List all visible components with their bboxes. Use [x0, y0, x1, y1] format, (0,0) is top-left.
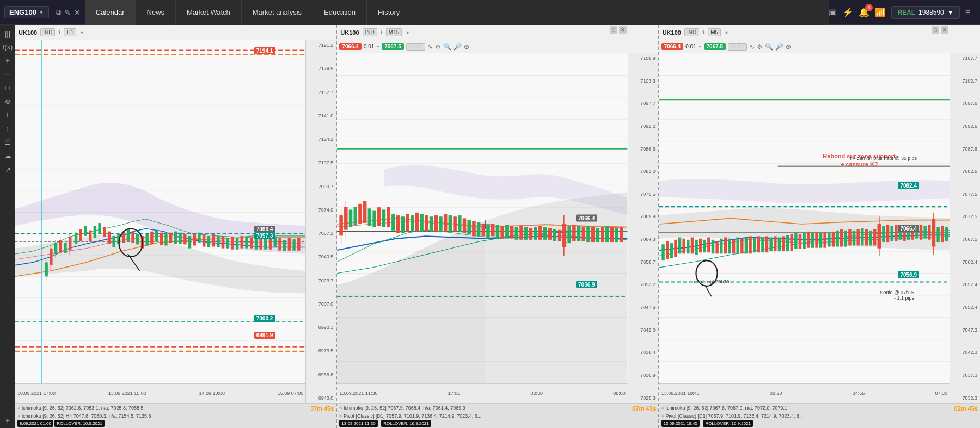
svg-rect-131	[439, 216, 443, 232]
chart2-footer-line2: × Pivot [Classic] [D1] 7057.9, 7101.9, 7…	[339, 413, 656, 420]
chart3-x-axis: 13.09.2021 19:45 02:20 04:55 07:30	[659, 383, 950, 403]
y-label: 7047.3	[951, 327, 979, 333]
top-right-controls: ▣ ⚡ 🔔 6 📶 REAL 1988590 ▼ ≡	[829, 6, 976, 19]
y-label: 7052.4	[951, 305, 979, 310]
tool-measure[interactable]: ↕	[1, 122, 14, 135]
chart2-close[interactable]: ✕	[619, 26, 627, 34]
signal-icon[interactable]: ⚡	[842, 7, 853, 17]
chart-canvas-1[interactable]: 7194.1 7066.4 7057.3 7000.2 6991.9	[15, 40, 305, 383]
notification-bell[interactable]: 🔔 6	[859, 7, 869, 17]
nav-market-analysis[interactable]: Market analysis	[242, 0, 313, 25]
chart3-zoom-out[interactable]: 🔎	[775, 43, 783, 51]
tool-cloud[interactable]: ☁	[1, 150, 14, 162]
y-label: 7090.7	[307, 184, 335, 189]
svg-rect-237	[831, 232, 834, 247]
chart2-support-price: 7056.9	[576, 281, 597, 288]
tool-arrow[interactable]: ↗	[1, 163, 14, 176]
svg-rect-43	[89, 231, 91, 242]
y-label: 7025.3	[629, 395, 657, 401]
svg-rect-143	[487, 225, 491, 239]
x-label: 08:00	[613, 390, 626, 396]
hamburger-icon[interactable]: ≡	[965, 8, 970, 17]
y-label: 7097.6	[951, 101, 979, 106]
chart3-info[interactable]: ℹ	[702, 29, 705, 36]
tool-plus-bottom[interactable]: +	[1, 414, 14, 428]
account-selector[interactable]: REAL 1988590 ▼	[891, 6, 959, 19]
svg-rect-222	[769, 238, 772, 252]
svg-rect-151	[524, 227, 528, 239]
tool-add[interactable]: +	[1, 54, 14, 67]
chart3-maximize[interactable]: □	[932, 26, 939, 34]
chart3-sltp[interactable]: SL/TP	[728, 43, 747, 51]
nav-news[interactable]: News	[136, 0, 176, 25]
chart2-sltp[interactable]: SL/TP	[406, 43, 425, 51]
tool-layers[interactable]: ☰	[1, 136, 14, 148]
chart1-info[interactable]: ℹ	[58, 29, 60, 36]
svg-rect-122	[396, 215, 400, 233]
svg-rect-135	[458, 215, 462, 232]
svg-rect-52	[131, 232, 134, 243]
chart1-tf-arrow[interactable]: ▼	[79, 30, 84, 35]
svg-rect-40	[75, 233, 77, 244]
tool-lines[interactable]: |||	[1, 27, 14, 40]
chart3-settings-icon[interactable]: ⚙	[757, 43, 763, 51]
svg-rect-254	[895, 225, 897, 241]
chart2-timer: 07m 45s	[632, 405, 656, 413]
tool-rect[interactable]: □	[1, 82, 14, 94]
tool-text[interactable]: T	[1, 109, 14, 121]
chart2-timeframe[interactable]: M15	[386, 28, 402, 36]
svg-rect-74	[231, 237, 234, 250]
tool-crosshair[interactable]: ⊕	[1, 95, 14, 108]
chart3-y-axis: 7107.7 7102.7 7097.6 7092.6 7087.6 7082.…	[950, 53, 980, 403]
chart3-pivot: Pivot [Classic] [D1] 7057.9, 7101.9, 713…	[665, 413, 803, 419]
chart3-tf-arrow[interactable]: ▼	[724, 30, 729, 35]
chart2-crosshair[interactable]: ⊕	[464, 43, 469, 51]
nav-history[interactable]: History	[367, 0, 411, 25]
chart2-info[interactable]: ℹ	[381, 29, 383, 36]
nav-market-watch[interactable]: Market Watch	[176, 0, 242, 25]
svg-rect-67	[198, 233, 200, 243]
chart1-price-high: 7194.1	[254, 47, 275, 54]
x-label: 07:30	[935, 390, 947, 396]
wifi-icon[interactable]: 📶	[875, 7, 886, 17]
instrument-selector[interactable]: ENG100 ▼	[4, 6, 49, 18]
chart-canvas-2[interactable]: 7066.4 7056.9	[337, 53, 627, 383]
svg-rect-146	[501, 226, 505, 238]
svg-rect-82	[269, 238, 272, 250]
nav-calendar[interactable]: Calendar	[85, 0, 136, 25]
chart2-zoom-in[interactable]: 🔍	[443, 43, 451, 51]
chart3-crosshair[interactable]: ⊕	[786, 43, 791, 51]
chart3-close[interactable]: ✕	[941, 26, 948, 34]
chart1-footer-line3: 8.09.2021 01:00 ROLLOVER: 16.9.2021	[17, 420, 334, 427]
edit-icon[interactable]: ✎	[64, 8, 71, 17]
chart2-maximize[interactable]: □	[610, 26, 617, 34]
chart2-tf-arrow[interactable]: ▼	[405, 30, 410, 35]
chart2-settings-icon[interactable]: ⚙	[435, 43, 441, 51]
chart1-price-current: 7066.4	[254, 226, 275, 233]
chart3-zoom-in[interactable]: 🔍	[765, 43, 773, 51]
chart1-timeframe[interactable]: H1	[64, 28, 76, 36]
chart-panel-2: □ ✕ UK100 IND ℹ M15 ▼ 7066.4 0.01 + 7067…	[337, 25, 659, 428]
chart2-x-axis: 13.09.2021 11:30 17:00 02:30 08:00	[337, 383, 627, 403]
svg-rect-59	[160, 233, 163, 245]
chart3-spread-plus: +	[699, 44, 702, 49]
chart2-zoom-out[interactable]: 🔎	[454, 43, 462, 51]
tool-fx[interactable]: f(x)	[1, 41, 14, 53]
chart3-line-icon[interactable]: ∿	[749, 43, 755, 51]
close-icon-small: ×	[17, 405, 22, 411]
svg-rect-234	[819, 233, 822, 248]
chart3-footer-line1: × Ichimoku [9, 26, 52] 7067.6, 7067.9, n…	[661, 405, 978, 413]
chart-canvas-3[interactable]: Rebond sur zone support+ cassure KJ TP d…	[659, 53, 950, 383]
monitor-icon[interactable]: ▣	[829, 7, 837, 17]
chart3-rollover-badge: ROLLOVER: 16.9.2021	[703, 420, 753, 427]
svg-rect-153	[534, 227, 538, 239]
tool-cursor[interactable]: ─	[1, 68, 14, 80]
nav-education[interactable]: Education	[313, 0, 367, 25]
close-icon[interactable]: ✕	[74, 8, 81, 17]
svg-rect-75	[236, 238, 238, 250]
new-window-icon[interactable]: ⧉	[56, 8, 61, 17]
svg-rect-128	[425, 215, 428, 232]
chart2-line-icon[interactable]: ∿	[427, 43, 433, 51]
x-label: 13.09.2021 15:00	[108, 390, 146, 396]
chart3-timeframe[interactable]: M5	[708, 28, 721, 36]
